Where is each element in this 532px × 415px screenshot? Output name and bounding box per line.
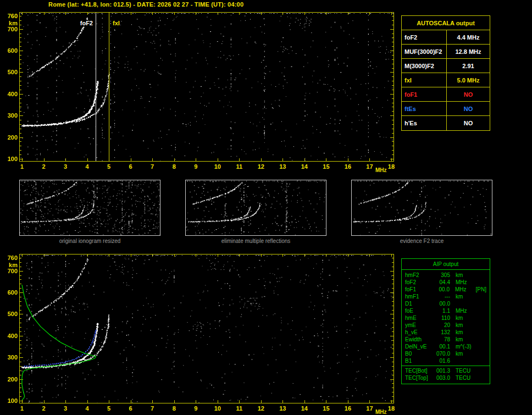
x-axis-tick-label-bottom: 8 — [168, 405, 181, 412]
x-axis-tick-label-bottom: 9 — [189, 405, 202, 412]
aip-cell-unit: m^(-3) — [456, 343, 475, 350]
aip-row-ewidth: Ewidth78km — [402, 336, 490, 343]
aip-cell-val: --- — [434, 293, 450, 300]
aip-row-h-ve: h_vE132km — [402, 329, 490, 336]
autoscala-row-value: 2.91 — [447, 59, 490, 73]
y-axis-tick-label-top: 200 — [3, 134, 18, 141]
aip-separator — [402, 366, 490, 366]
aip-row-tec-bot: TEC[Bot]001.3TECU — [402, 367, 490, 374]
x-axis-tick-label-bottom: 7 — [146, 405, 159, 412]
aip-row-fof2: foF204.4MHz — [402, 279, 490, 286]
aip-cell-val: 01.6 — [434, 357, 450, 364]
aip-row-hmf1: hmF1---km — [402, 293, 490, 300]
autoscala-table-rows: foF24.4 MHzMUF(3000)F212.8 MHzM(3000)F22… — [402, 30, 490, 130]
y-axis-tick-label-top: 500 — [3, 69, 18, 75]
autoscala-table-title: AUTOSCALA output — [402, 16, 490, 30]
main-ionogram-canvas — [20, 13, 394, 161]
y-axis-tick-label-bottom: 300 — [3, 354, 18, 361]
panel-original-ionogram — [19, 180, 160, 236]
aip-cell-val: 00.1 — [434, 343, 450, 350]
x-axis-tick-label-bottom: 16 — [341, 405, 354, 412]
autoscala-row-value: NO — [447, 102, 490, 115]
profile-ionogram-canvas — [20, 254, 394, 403]
x-axis-tick-label-top: 11 — [232, 163, 246, 170]
aip-cell-val: 04.4 — [434, 279, 450, 286]
aip-cell-name: B1 — [405, 357, 434, 364]
autoscala-row-fof1: foF1NO — [402, 87, 490, 102]
y-axis-tick-label-top: 400 — [3, 91, 18, 97]
x-axis-tick-label-bottom: 11 — [232, 405, 246, 412]
x-axis-tick-label-bottom: 15 — [319, 405, 332, 412]
aip-cell-unit: km — [456, 314, 475, 322]
aip-cell-val: 305 — [434, 272, 450, 279]
x-axis-unit-label-top: MHz — [373, 167, 389, 173]
fxi-marker-label: fxI — [112, 20, 120, 26]
x-axis-tick-label-bottom: 4 — [81, 405, 94, 412]
aip-cell-name: hmF1 — [405, 293, 434, 300]
autoscala-row-value: 5.0 MHz — [447, 73, 490, 87]
aip-cell-name: B0 — [405, 350, 434, 357]
aip-cell-name: foF1 — [405, 286, 433, 293]
aip-row-tec-top: TEC[Top]003.0TECU — [402, 374, 490, 381]
aip-row-b0: B0070.0km — [402, 350, 490, 357]
panel-eliminate-reflections-canvas — [186, 180, 326, 235]
fof2-marker-label: foF2 — [75, 20, 93, 26]
y-axis-tick-label-bottom: 700 — [3, 268, 18, 274]
y-axis-tick-label-bottom: 400 — [3, 333, 18, 339]
autoscala-row-label: ftEs — [402, 102, 447, 115]
x-axis-tick-label-bottom: 2 — [37, 405, 51, 412]
x-axis-tick-label-top: 2 — [37, 163, 51, 170]
x-axis-tick-label-top: 10 — [211, 163, 224, 170]
x-axis-tick-label-bottom: 3 — [59, 405, 72, 412]
autoscala-row-ftes: ftEsNO — [402, 102, 490, 116]
x-axis-tick-label-top: 4 — [81, 163, 94, 170]
autoscala-row-value: 12.8 MHz — [447, 45, 490, 58]
aip-cell-name: h_vE — [405, 329, 434, 336]
y-axis-tick-label-bottom: 600 — [3, 289, 18, 296]
aip-cell-val: 00.0 — [433, 286, 450, 293]
aip-cell-unit: TECU — [456, 374, 475, 381]
x-axis-tick-label-top: 13 — [276, 163, 289, 170]
panel-caption-eliminate: eliminate multiple reflections — [185, 238, 326, 244]
panel-original-ionogram-canvas — [20, 180, 160, 235]
page-title: Rome (lat: +41.8, lon: 012.5) - DATE: 20… — [48, 1, 243, 8]
y-axis-tick-label-top: 760 — [3, 13, 18, 19]
x-axis-tick-label-bottom: 13 — [276, 405, 289, 412]
autoscala-row-label: M(3000)F2 — [402, 59, 447, 73]
aip-cell-val: 78 — [434, 336, 450, 343]
autoscala-row-label: foF1 — [402, 87, 447, 101]
autoscala-row-fxi: fxI5.0 MHz — [402, 73, 490, 87]
aip-tec-rows: TEC[Bot]001.3TECUTEC[Top]003.0TECU — [402, 367, 490, 381]
panel-eliminate-reflections — [185, 180, 326, 236]
y-axis-tick-label-top: 300 — [3, 112, 18, 119]
aip-cell-val: 20 — [434, 322, 450, 329]
autoscala-row-muf-3000-f2: MUF(3000)F212.8 MHz — [402, 45, 490, 59]
aip-cell-name: ymE — [405, 322, 434, 329]
autoscala-row-h-es: h'EsNO — [402, 116, 490, 130]
aip-cell-val: 001.3 — [434, 367, 450, 374]
aip-row-yme: ymE20km — [402, 322, 490, 329]
autoscala-row-label: MUF(3000)F2 — [402, 45, 447, 58]
aip-cell-unit: km — [456, 336, 475, 343]
x-axis-tick-label-bottom: 14 — [298, 405, 311, 412]
autoscala-row-value: NO — [447, 116, 490, 130]
aip-cell-unit: km — [456, 293, 475, 300]
y-axis-tick-label-top: 100 — [3, 156, 18, 162]
panel-evidence-f2-trace-canvas — [352, 180, 492, 235]
x-axis-tick-label-bottom: 10 — [211, 405, 224, 412]
aip-cell-unit: km — [456, 329, 475, 336]
aip-cell-name: TEC[Bot] — [405, 367, 434, 374]
aip-cell-val: 132 — [434, 329, 450, 336]
aip-cell-unit: MHz — [456, 279, 475, 286]
aip-cell-name: hmE — [405, 314, 434, 322]
profile-ionogram-plot — [19, 254, 394, 403]
aip-cell-val: 070.0 — [434, 350, 450, 357]
x-axis-tick-label-top: 16 — [341, 163, 354, 170]
autoscala-row-value: 4.4 MHz — [447, 30, 490, 44]
aip-row-hmf2: hmF2305km — [402, 272, 490, 279]
aip-row-hme: hmE110km — [402, 314, 490, 322]
aip-cell-name: D1 — [405, 300, 434, 307]
aip-row-b1: B101.6 — [402, 357, 490, 364]
aip-cell-val: 1.1 — [434, 307, 450, 314]
y-axis-tick-label-top: 700 — [3, 26, 18, 32]
